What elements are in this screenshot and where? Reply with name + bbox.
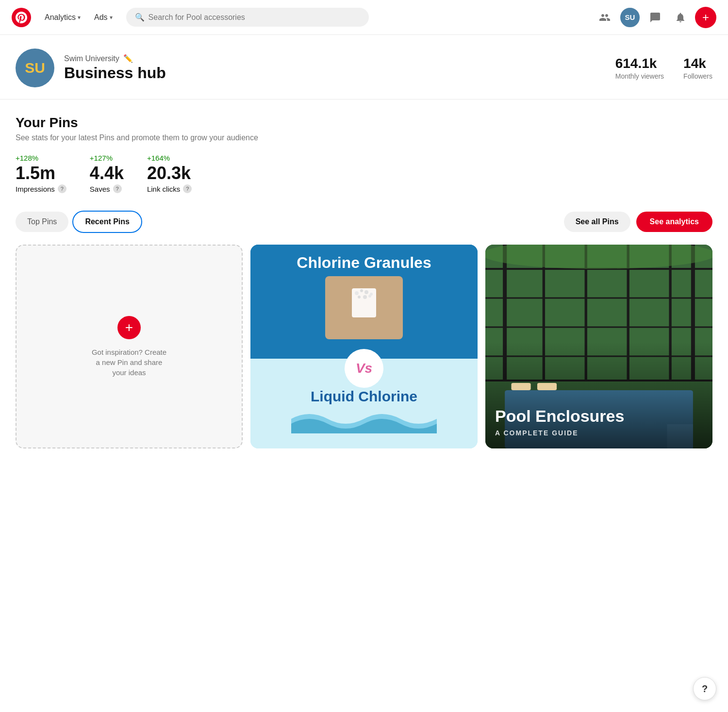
action-buttons: See all Pins See analytics: [564, 212, 712, 232]
profile-title: Business hub: [64, 64, 606, 82]
saves-change: +127%: [90, 154, 124, 162]
vs-text: Vs: [356, 361, 372, 376]
metrics-row: +128% 1.5m Impressions ? +127% 4.4k Save…: [16, 154, 712, 193]
logo[interactable]: [12, 8, 31, 27]
enclosure-title: Pool Enclosures: [495, 407, 703, 425]
impressions-metric: +128% 1.5m Impressions ?: [16, 154, 66, 193]
profile-avatar: SU: [16, 49, 54, 87]
analytics-nav[interactable]: Analytics ▾: [39, 9, 86, 26]
link-clicks-metric: +164% 20.3k Link clicks ?: [147, 154, 192, 193]
svg-point-10: [358, 296, 361, 298]
people-button[interactable]: [594, 7, 615, 28]
svg-rect-30: [537, 383, 557, 390]
svg-rect-4: [382, 316, 388, 330]
saves-metric: +127% 4.4k Saves ?: [90, 154, 124, 193]
recent-pins-tab[interactable]: Recent Pins: [72, 211, 142, 233]
search-icon: 🔍: [135, 13, 145, 22]
saves-label: Saves ?: [90, 184, 124, 193]
svg-rect-29: [511, 383, 530, 390]
tabs: Top Pins Recent Pins: [16, 211, 142, 233]
svg-point-11: [363, 295, 367, 299]
impressions-change: +128%: [16, 154, 66, 162]
avatar-text: SU: [625, 13, 635, 21]
enclosure-pin-card[interactable]: Pool Enclosures A Complete Guide: [485, 245, 712, 448]
link-clicks-value: 20.3k: [147, 163, 192, 183]
followers-stat: 14k Followers: [683, 56, 712, 80]
liquid-chlorine-title: Liquid Chlorine: [311, 388, 417, 404]
add-button[interactable]: +: [695, 7, 716, 28]
svg-point-7: [360, 289, 363, 292]
see-analytics-button[interactable]: See analytics: [636, 212, 712, 232]
hand-cup-image: [325, 276, 403, 339]
main-nav: Analytics ▾ Ads ▾: [39, 9, 118, 26]
enclosure-subtitle: A Complete Guide: [495, 429, 703, 437]
tabs-actions-row: Top Pins Recent Pins See all Pins See an…: [16, 211, 712, 233]
create-pin-card[interactable]: + Got inspiration? Create a new Pin and …: [16, 245, 243, 448]
profile-name: Swim University: [64, 54, 119, 63]
header: Analytics ▾ Ads ▾ 🔍 SU: [0, 0, 728, 35]
see-all-pins-button[interactable]: See all Pins: [564, 212, 630, 232]
profile-info: Swim University ✏️ Business hub: [64, 54, 606, 82]
monthly-viewers-value: 614.1k: [615, 56, 664, 71]
main-content: Your Pins See stats for your latest Pins…: [0, 99, 728, 464]
impressions-help-icon[interactable]: ?: [58, 184, 66, 193]
profile-section: SU Swim University ✏️ Business hub 614.1…: [0, 35, 728, 99]
user-avatar[interactable]: SU: [619, 7, 641, 28]
followers-label: Followers: [683, 72, 712, 80]
header-actions: SU +: [594, 7, 716, 28]
analytics-chevron-icon: ▾: [78, 14, 81, 21]
pins-grid: + Got inspiration? Create a new Pin and …: [16, 245, 712, 448]
profile-name-row: Swim University ✏️: [64, 54, 606, 63]
add-icon: +: [702, 11, 709, 24]
avatar-su: SU: [25, 60, 45, 76]
edit-icon[interactable]: ✏️: [123, 54, 133, 63]
monthly-viewers-stat: 614.1k Monthly viewers: [615, 56, 664, 80]
messages-button[interactable]: [645, 7, 666, 28]
chlorine-title: Chlorine Granules: [297, 254, 431, 271]
link-clicks-change: +164%: [147, 154, 192, 162]
svg-rect-1: [347, 316, 353, 331]
svg-point-8: [364, 290, 368, 294]
ads-chevron-icon: ▾: [110, 14, 113, 21]
search-bar[interactable]: 🔍: [126, 8, 369, 27]
link-clicks-help-icon[interactable]: ?: [183, 184, 192, 193]
impressions-label: Impressions ?: [16, 184, 66, 193]
search-input[interactable]: [149, 13, 360, 22]
profile-stats: 614.1k Monthly viewers 14k Followers: [615, 56, 712, 80]
saves-help-icon[interactable]: ?: [113, 184, 122, 193]
notifications-icon: [675, 12, 686, 23]
messages-icon: [649, 12, 661, 23]
water-wave: [258, 404, 470, 433]
ads-label: Ads: [94, 13, 108, 22]
create-pin-text: Got inspiration? Create a new Pin and sh…: [90, 347, 168, 378]
svg-point-6: [355, 291, 359, 295]
followers-value: 14k: [683, 56, 712, 71]
create-pin-plus-icon: +: [117, 316, 141, 339]
ads-nav[interactable]: Ads ▾: [88, 9, 118, 26]
analytics-label: Analytics: [45, 13, 76, 22]
link-clicks-label: Link clicks ?: [147, 184, 192, 193]
monthly-viewers-label: Monthly viewers: [615, 72, 664, 80]
people-icon: [599, 12, 611, 23]
top-pins-tab[interactable]: Top Pins: [16, 212, 68, 232]
section-subtitle: See stats for your latest Pins and promo…: [16, 133, 712, 142]
saves-value: 4.4k: [90, 163, 124, 183]
chlorine-pin-card[interactable]: Chlorine Granules: [250, 245, 478, 448]
impressions-value: 1.5m: [16, 163, 66, 183]
notifications-button[interactable]: [670, 7, 691, 28]
svg-point-12: [368, 295, 371, 298]
section-title: Your Pins: [16, 115, 712, 131]
